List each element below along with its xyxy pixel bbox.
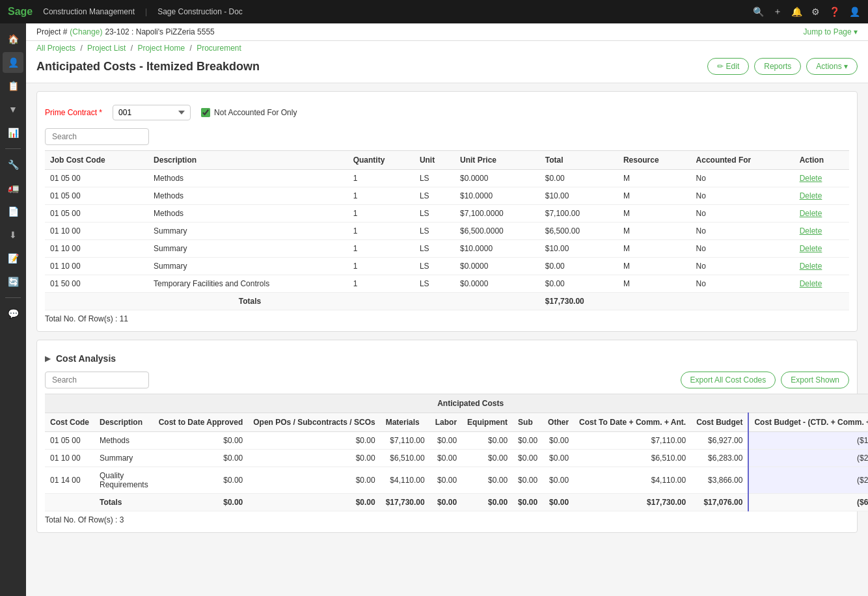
ca-cell-materials: $7,110.00 (381, 432, 430, 450)
cell-unit-price: $10.0000 (455, 187, 540, 205)
ca-totals-equipment: $0.00 (462, 494, 513, 511)
ca-row-count: Total No. Of Row(s) : 3 (45, 515, 849, 524)
sidebar-item-tools[interactable]: 🔧 (3, 154, 23, 175)
cell-action[interactable]: Delete (794, 240, 849, 258)
ca-cell-labor: $0.00 (430, 467, 462, 494)
delete-link[interactable]: Delete (800, 174, 822, 183)
cell-code: 01 05 00 (45, 187, 148, 205)
sidebar: 🏠 👤 📋 ▼ 📊 🔧 🚛 📄 ⬇ 📝 🔄 💬 (0, 23, 26, 596)
table-row: 01 10 00 Summary 1 LS $0.0000 $0.00 M No… (45, 258, 849, 275)
cell-unit: LS (414, 170, 455, 187)
sidebar-item-download[interactable]: ⬇ (3, 224, 23, 245)
help-icon[interactable]: ❓ (829, 7, 840, 17)
ca-cell-ctd-comm: $7,110.00 (574, 432, 691, 450)
user-icon[interactable]: 👤 (849, 7, 860, 17)
breadcrumb-project-list[interactable]: Project List (87, 44, 126, 53)
cost-analysis-search-input[interactable] (45, 372, 149, 388)
delete-link[interactable]: Delete (800, 191, 822, 200)
delete-link[interactable]: Delete (800, 244, 822, 253)
ca-totals-sub: $0.00 (513, 494, 543, 511)
cell-action[interactable]: Delete (794, 223, 849, 240)
sidebar-item-home[interactable]: 🏠 (3, 29, 23, 49)
top-search-input[interactable] (45, 128, 149, 145)
cost-analysis-card: ▶ Cost Analysis Export All Cost Codes Ex… (36, 340, 858, 533)
section-toggle[interactable]: ▶ (45, 354, 51, 363)
ca-col-sub: Sub (513, 413, 543, 432)
ca-cell-equipment: $0.00 (462, 450, 513, 467)
cell-resource: M (618, 187, 691, 205)
cell-accounted: No (691, 170, 794, 187)
sidebar-item-chart[interactable]: 📊 (3, 122, 23, 143)
ca-cell-budget-diff: ($227.00) (748, 450, 868, 467)
cell-accounted: No (691, 223, 794, 240)
cell-action[interactable]: Delete (794, 187, 849, 205)
cell-total: $0.00 (540, 275, 618, 293)
project-id: 23-102 : Napoli's PiZZeria 5555 (105, 27, 214, 36)
ca-table-row: 01 05 00 Methods $0.00 $0.00 $7,110.00 $… (45, 432, 868, 450)
table-row: 01 05 00 Methods 1 LS $0.0000 $0.00 M No… (45, 170, 849, 187)
cell-desc: Methods (148, 205, 348, 223)
jump-to-page[interactable]: Jump to Page ▾ (804, 27, 858, 36)
cell-resource: M (618, 223, 691, 240)
ca-col-other: Other (543, 413, 574, 432)
delete-link[interactable]: Delete (800, 279, 822, 288)
sidebar-item-refresh[interactable]: 🔄 (3, 271, 23, 292)
add-icon[interactable]: ＋ (773, 6, 782, 18)
sidebar-item-messages[interactable]: 💬 (3, 303, 23, 324)
delete-link[interactable]: Delete (800, 262, 822, 271)
delete-link[interactable]: Delete (800, 226, 822, 236)
ca-col-open-pos: Open POs / Subcontracts / SCOs (248, 413, 380, 432)
page-header: Anticipated Costs - Itemized Breakdown ✏… (26, 53, 868, 83)
cell-unit-price: $0.0000 (455, 170, 540, 187)
ca-cell-budget: $3,866.00 (691, 467, 748, 494)
breadcrumb-all-projects[interactable]: All Projects (36, 44, 75, 53)
cell-desc: Summary (148, 223, 348, 240)
cell-code: 01 10 00 (45, 258, 148, 275)
ca-col-desc: Description (94, 413, 154, 432)
cell-action[interactable]: Delete (794, 258, 849, 275)
ca-cell-sub: $0.00 (513, 467, 543, 494)
ca-cell-desc: Methods (94, 432, 154, 450)
cell-qty: 1 (348, 205, 414, 223)
export-all-button[interactable]: Export All Cost Codes (681, 372, 776, 388)
sidebar-divider-2 (5, 297, 21, 298)
reports-button[interactable]: Reports (754, 58, 801, 75)
ca-cell-ctd: $0.00 (154, 450, 249, 467)
project-change-link[interactable]: (Change) (70, 27, 102, 36)
ca-totals-ctd-comm: $17,730.00 (574, 494, 691, 511)
breadcrumb-procurement[interactable]: Procurement (197, 44, 241, 53)
actions-button[interactable]: Actions ▾ (806, 58, 858, 75)
sidebar-item-notes[interactable]: 📝 (3, 248, 23, 269)
sidebar-item-filter[interactable]: ▼ (3, 99, 23, 120)
ca-cell-open-pos: $0.00 (248, 432, 380, 450)
cell-desc: Methods (148, 170, 348, 187)
sidebar-item-document[interactable]: 📄 (3, 201, 23, 222)
gear-icon[interactable]: ⚙ (811, 7, 820, 17)
ca-col-budget: Cost Budget (691, 413, 748, 432)
cell-code: 01 50 00 (45, 275, 148, 293)
sidebar-item-people[interactable]: 👤 (3, 52, 23, 73)
ca-col-budget-diff: Cost Budget - (CTD. + Comm. + Ant.) (748, 413, 868, 432)
ca-cell-desc: Summary (94, 450, 154, 467)
ca-col-ctd-comm: Cost To Date + Comm. + Ant. (574, 413, 691, 432)
not-accounted-checkbox-label[interactable]: Not Accounted For Only (201, 108, 297, 117)
bell-icon[interactable]: 🔔 (791, 7, 802, 17)
prime-contract-select[interactable]: 001 (113, 105, 191, 120)
breadcrumb-project-home[interactable]: Project Home (137, 44, 185, 53)
edit-button[interactable]: ✏ Edit (707, 58, 749, 75)
sidebar-item-clipboard[interactable]: 📋 (3, 75, 23, 96)
cell-action[interactable]: Delete (794, 170, 849, 187)
delete-link[interactable]: Delete (800, 209, 822, 218)
cost-analysis-title: Cost Analysis (56, 353, 116, 364)
export-shown-button[interactable]: Export Shown (781, 372, 849, 388)
cell-action[interactable]: Delete (794, 205, 849, 223)
col-resource: Resource (618, 151, 691, 170)
totals-row: Totals $17,730.00 (45, 293, 849, 310)
sidebar-item-truck[interactable]: 🚛 (3, 178, 23, 198)
col-quantity: Quantity (348, 151, 414, 170)
not-accounted-checkbox[interactable] (201, 108, 210, 117)
search-icon[interactable]: 🔍 (753, 7, 764, 17)
cell-resource: M (618, 205, 691, 223)
cell-action[interactable]: Delete (794, 275, 849, 293)
cell-desc: Temporary Facilities and Controls (148, 275, 348, 293)
